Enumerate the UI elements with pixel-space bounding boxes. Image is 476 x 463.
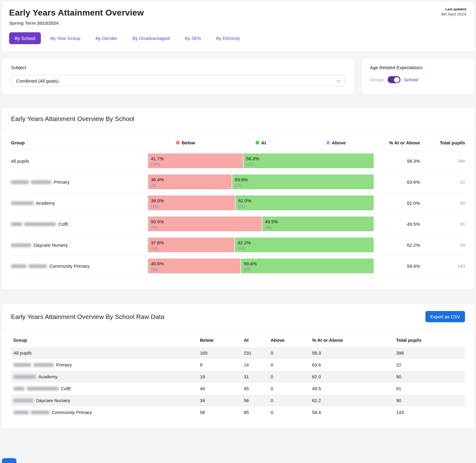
chart-row: Daycare Nursery 37.8%(34) 62.2%(56) 62.2…	[11, 235, 465, 256]
are-label: Age Related Expectations	[370, 65, 466, 70]
group-label: Daycare Nursery	[11, 242, 148, 248]
raw-data-table: Group Below At Above % At or Above Total…	[11, 333, 465, 418]
tab-by-year-group[interactable]: By Year Group	[45, 32, 86, 44]
raw-pct: 62.2	[310, 394, 394, 406]
below-swatch-icon	[176, 141, 179, 144]
raw-col-total: Total pupils	[394, 333, 465, 347]
below-segment: 41.7%(165)	[148, 154, 243, 168]
tab-by-gender[interactable]: By Gender	[90, 32, 123, 44]
redacted-name	[11, 263, 49, 269]
age-related-expectations-card: Age Related Expectations Simple School	[362, 59, 474, 94]
toggle-simple-label: Simple	[370, 77, 384, 82]
raw-group: Daycare Nursery	[11, 394, 197, 406]
raw-total: 50	[394, 371, 465, 383]
raw-above: 0	[268, 394, 310, 406]
subject-label: Subject	[11, 65, 345, 70]
toggle-knob	[394, 77, 400, 83]
tab-by-ethnicity[interactable]: By Ethnicity	[211, 32, 245, 44]
total-pupils: 143	[420, 263, 465, 269]
raw-above: 0	[268, 371, 310, 383]
redacted-name	[13, 386, 61, 391]
at-swatch-icon	[256, 141, 259, 144]
redacted-name	[11, 200, 36, 206]
tab-by-disadvantaged[interactable]: By Disadvantaged	[127, 32, 175, 44]
chart-row: Community Primary 40.6%(58) 59.4%(85) 59…	[11, 256, 465, 277]
redacted-name	[13, 410, 52, 415]
page-subtitle: Spring Term 2023/2024	[9, 20, 467, 26]
stacked-bar: 40.6%(58) 59.4%(85)	[148, 259, 374, 273]
chart-row: Primary 36.4%(8) 63.6%(14) 63.6% 22	[11, 171, 465, 193]
tab-by-sen[interactable]: By SEN	[179, 32, 207, 44]
raw-group: Community Primary	[11, 406, 197, 418]
redacted-name	[11, 179, 54, 185]
raw-pct: 62.0	[310, 371, 394, 383]
raw-header-row: Group Below At Above % At or Above Total…	[11, 333, 465, 347]
raw-above: 0	[268, 359, 310, 371]
stacked-bar: 38.0%(19) 62.0%(31)	[148, 196, 374, 210]
raw-total: 22	[394, 359, 465, 371]
pct-at-or-above: 49.5%	[374, 221, 420, 227]
chart-row: CofE 50.5%(46) 49.5%(45) 49.5% 91	[11, 214, 465, 235]
raw-card-title: Early Years Attainment Overview By Schoo…	[11, 313, 164, 320]
raw-group: Primary	[11, 359, 197, 371]
at-segment: 49.5%(45)	[262, 217, 374, 231]
simple-school-toggle[interactable]	[388, 76, 400, 83]
chart-card: Early Years Attainment Overview By Schoo…	[2, 108, 474, 289]
table-row: Community Primary 58 85 0 59.4 143	[11, 406, 465, 418]
raw-total: 90	[394, 394, 465, 406]
table-row: Daycare Nursery 34 56 0 62.2 90	[11, 394, 465, 406]
legend-at-label: At	[261, 140, 266, 145]
raw-table-wrap: Group Below At Above % At or Above Total…	[2, 330, 474, 429]
raw-at: 45	[241, 383, 268, 394]
chart-legend: Below At Above	[148, 140, 374, 145]
subject-select[interactable]: Combined (All goals)	[11, 75, 345, 87]
raw-pct: 49.5	[310, 383, 394, 394]
stacked-bar: 50.5%(46) 49.5%(45)	[148, 217, 374, 231]
legend-above: Above	[298, 140, 374, 145]
group-label: CofE	[11, 221, 148, 227]
legend-at: At	[223, 140, 299, 145]
below-segment: 36.4%(8)	[148, 175, 232, 189]
raw-col-at: At	[241, 333, 268, 347]
raw-below: 34	[197, 394, 241, 406]
chat-widget[interactable]	[2, 458, 16, 463]
raw-below: 19	[197, 371, 241, 383]
chevron-down-icon	[336, 78, 340, 82]
raw-pct: 63.6	[310, 359, 394, 371]
legend-below-label: Below	[182, 140, 195, 145]
tab-by-school[interactable]: By School	[9, 32, 41, 44]
chart-row: All pupils 41.7%(165) 58.3%(231) 58.3% 3…	[11, 150, 465, 171]
total-pupils: 396	[420, 158, 465, 164]
pct-at-or-above: 62.2%	[374, 242, 420, 248]
table-row: Academy 19 31 0 62.0 50	[11, 371, 465, 383]
chart-body: Group Below At Above % At or Above Total…	[2, 130, 474, 289]
raw-total: 396	[394, 347, 465, 359]
at-segment: 62.2%(56)	[235, 238, 374, 252]
raw-card-title-row: Early Years Attainment Overview By Schoo…	[2, 304, 474, 330]
last-updated-label: Last updated	[441, 7, 466, 11]
pct-at-or-above: 62.0%	[374, 200, 420, 206]
stacked-bar: 37.8%(34) 62.2%(56)	[148, 238, 374, 252]
total-column-header: Total pupils	[420, 140, 465, 145]
are-toggle-row: Simple School	[370, 76, 466, 83]
table-row: All pupils 165 231 0 58.3 396	[11, 347, 465, 359]
pct-at-or-above: 58.3%	[374, 158, 420, 164]
subject-card: Subject Combined (All goals)	[2, 59, 354, 94]
view-tabs: By School By Year Group By Gender By Dis…	[9, 32, 467, 44]
export-csv-button[interactable]: Export as CSV	[425, 311, 465, 322]
table-row: Primary 8 14 0 63.6 22	[11, 359, 465, 371]
raw-at: 231	[241, 347, 268, 359]
raw-pct: 58.3	[310, 347, 394, 359]
toggle-school-label: School	[404, 77, 418, 82]
stacked-bar: 41.7%(165) 58.3%(231)	[148, 154, 374, 168]
at-segment: 62.0%(31)	[236, 196, 374, 210]
group-label: Primary	[11, 179, 148, 185]
at-segment: 59.4%(85)	[241, 259, 374, 273]
page-title: Early Years Attainment Overview	[9, 8, 467, 18]
at-segment: 58.3%(231)	[243, 154, 374, 168]
last-updated-value: 8th April 2024	[441, 12, 466, 16]
raw-at: 85	[241, 406, 268, 418]
raw-at: 14	[241, 359, 268, 371]
redacted-name	[13, 398, 36, 403]
raw-at: 31	[241, 371, 268, 383]
